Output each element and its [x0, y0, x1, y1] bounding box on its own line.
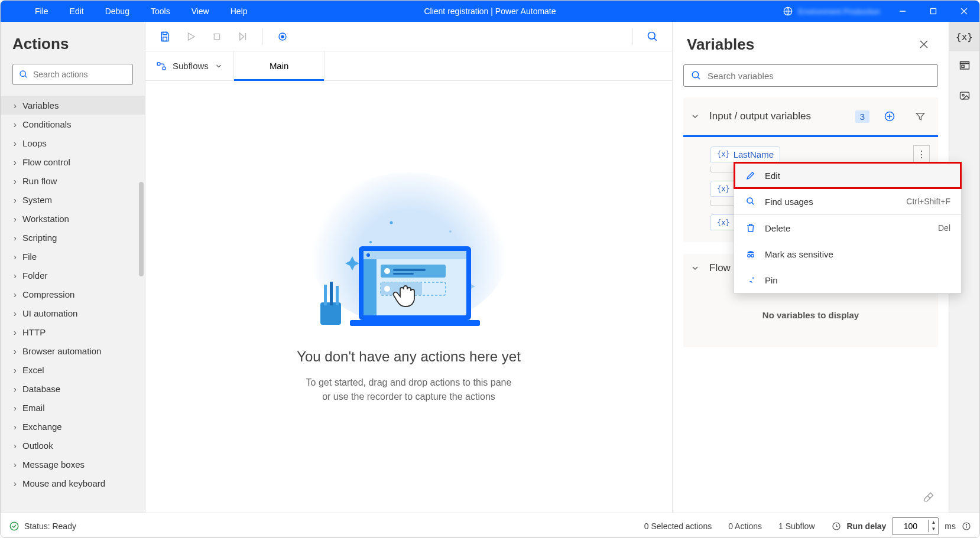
- status-subflows-count: 1 Subflow: [778, 521, 814, 531]
- variables-close-button[interactable]: [913, 34, 934, 55]
- category-run-flow[interactable]: ›Run flow: [1, 171, 145, 190]
- actions-search-input[interactable]: [33, 70, 137, 79]
- ctx-pin[interactable]: Pin: [734, 267, 961, 293]
- step-button[interactable]: [232, 25, 254, 48]
- category-scripting[interactable]: ›Scripting: [1, 228, 145, 247]
- category-conditionals[interactable]: ›Conditionals: [1, 115, 145, 133]
- ctx-mark-sensitive[interactable]: Mark as sensitive: [734, 241, 961, 267]
- search-icon: [745, 196, 757, 207]
- info-icon[interactable]: [962, 521, 971, 531]
- spin-up[interactable]: ▲: [929, 520, 938, 526]
- scrollbar-thumb[interactable]: [139, 182, 144, 276]
- category-workstation[interactable]: ›Workstation: [1, 209, 145, 228]
- search-actions-button[interactable]: [641, 25, 664, 48]
- category-outlook[interactable]: ›Outlook: [1, 436, 145, 455]
- category-flow-control[interactable]: ›Flow control: [1, 152, 145, 171]
- close-button[interactable]: [949, 1, 979, 22]
- category-file[interactable]: ›File: [1, 247, 145, 266]
- svg-rect-28: [364, 251, 466, 259]
- tab-main[interactable]: Main: [234, 51, 325, 80]
- ctx-find-usages[interactable]: Find usages Ctrl+Shift+F: [734, 188, 961, 214]
- stop-button[interactable]: [206, 25, 228, 48]
- subflows-label: Subflows: [173, 61, 209, 71]
- variable-icon: {x}: [717, 150, 730, 158]
- incognito-icon: [745, 249, 757, 259]
- category-database[interactable]: ›Database: [1, 379, 145, 398]
- svg-point-21: [369, 241, 372, 243]
- ctx-delete[interactable]: Delete Del: [734, 215, 961, 241]
- designer-panel: Subflows Main: [145, 22, 672, 513]
- actions-list[interactable]: ›Variables ›Conditionals ›Loops ›Flow co…: [1, 93, 145, 513]
- filter-button[interactable]: [910, 106, 931, 127]
- menu-tools[interactable]: Tools: [140, 1, 181, 22]
- rail-variables-button[interactable]: {x}: [949, 22, 980, 51]
- status-actions-count: 0 Actions: [728, 521, 762, 531]
- category-http[interactable]: ›HTTP: [1, 322, 145, 341]
- record-button[interactable]: [271, 25, 294, 48]
- variable-icon: {x}: [717, 185, 730, 193]
- svg-line-42: [697, 77, 700, 79]
- variables-search[interactable]: [683, 64, 938, 87]
- environment-indicator[interactable]: Environment Production: [775, 6, 887, 17]
- chevron-down-icon: [215, 62, 223, 70]
- eraser-button[interactable]: [923, 491, 934, 503]
- svg-point-56: [751, 255, 754, 257]
- category-browser-automation[interactable]: ›Browser automation: [1, 341, 145, 360]
- chevron-down-icon[interactable]: [690, 112, 700, 121]
- spin-down[interactable]: ▼: [929, 526, 938, 532]
- category-ui-automation[interactable]: ›UI automation: [1, 304, 145, 322]
- variables-search-input[interactable]: [708, 71, 930, 81]
- variable-more-button[interactable]: ⋮: [913, 145, 930, 163]
- subflows-bar: Subflows Main: [145, 51, 672, 81]
- category-email[interactable]: ›Email: [1, 398, 145, 417]
- svg-line-54: [752, 203, 754, 204]
- menu-edit[interactable]: Edit: [59, 1, 95, 22]
- svg-rect-34: [393, 273, 414, 275]
- menu-help[interactable]: Help: [220, 1, 258, 22]
- run-delay-input[interactable]: [893, 521, 928, 531]
- run-button[interactable]: [180, 25, 202, 48]
- save-button[interactable]: [154, 25, 176, 48]
- svg-point-58: [10, 522, 18, 530]
- svg-point-14: [281, 35, 284, 38]
- category-mouse-keyboard[interactable]: ›Mouse and keyboard: [1, 474, 145, 493]
- menu-file[interactable]: File: [24, 1, 59, 22]
- maximize-button[interactable]: [918, 1, 949, 22]
- svg-point-32: [384, 268, 390, 274]
- svg-point-55: [748, 255, 751, 257]
- svg-point-37: [384, 286, 390, 292]
- svg-rect-17: [157, 63, 160, 66]
- pencil-icon: [745, 170, 757, 181]
- svg-line-6: [25, 76, 27, 77]
- variable-chip[interactable]: {x}LastName: [710, 146, 780, 162]
- category-variables[interactable]: ›Variables: [1, 96, 145, 115]
- category-folder[interactable]: ›Folder: [1, 266, 145, 285]
- category-message-boxes[interactable]: ›Message boxes: [1, 455, 145, 474]
- category-compression[interactable]: ›Compression: [1, 285, 145, 304]
- variable-icon: {x}: [717, 219, 730, 227]
- subflows-dropdown[interactable]: Subflows: [145, 51, 234, 80]
- svg-point-29: [366, 253, 370, 257]
- category-exchange[interactable]: ›Exchange: [1, 417, 145, 436]
- svg-point-19: [390, 221, 392, 224]
- svg-rect-10: [214, 34, 219, 39]
- ctx-edit[interactable]: Edit: [734, 162, 961, 188]
- chevron-down-icon[interactable]: [690, 263, 700, 273]
- subflow-icon: [156, 61, 167, 71]
- rail-images-button[interactable]: [949, 81, 980, 110]
- category-excel[interactable]: ›Excel: [1, 360, 145, 379]
- minimize-button[interactable]: [887, 1, 918, 22]
- menu-view[interactable]: View: [181, 1, 220, 22]
- svg-rect-30: [364, 259, 377, 315]
- svg-rect-38: [350, 320, 480, 326]
- svg-rect-8: [163, 37, 167, 41]
- rail-ui-elements-button[interactable]: [949, 51, 980, 81]
- category-loops[interactable]: ›Loops: [1, 133, 145, 152]
- svg-rect-50: [962, 65, 964, 67]
- svg-point-52: [962, 94, 963, 96]
- add-variable-button[interactable]: [879, 106, 900, 127]
- category-system[interactable]: ›System: [1, 190, 145, 209]
- actions-search[interactable]: [12, 64, 133, 85]
- menu-debug[interactable]: Debug: [95, 1, 140, 22]
- run-delay-spinner[interactable]: ▲▼: [892, 517, 939, 535]
